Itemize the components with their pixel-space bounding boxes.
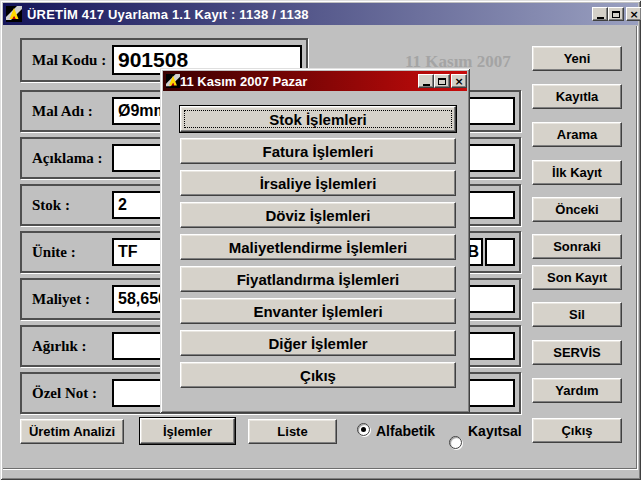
field-label: Özel Not : (32, 374, 97, 412)
field-label: Açıklama : (32, 139, 102, 177)
alfabetik-radio-label: Alfabetik (376, 423, 435, 439)
field-label: Mal Adı : (32, 92, 93, 130)
sil-button[interactable]: Sil (532, 302, 622, 327)
fatura-islemleri-button[interactable]: Fatura İşlemleri (180, 138, 456, 164)
kayitsal-radio[interactable] (449, 436, 462, 449)
kayitsal-radio-label: Kayıtsal (468, 423, 522, 439)
field-label: Maliyet : (32, 280, 90, 318)
alfabetik-radio[interactable] (357, 423, 370, 436)
doviz-islemleri-button[interactable]: Döviz İşlemleri (180, 202, 456, 228)
minimize-icon[interactable] (592, 7, 608, 21)
maliyetlendirme-islemleri-button[interactable]: Maliyetlendirme İşlemleri (180, 234, 456, 260)
window-title: ÜRETİM 417 Uyarlama 1.1 Kayıt : 1138 / 1… (27, 7, 309, 22)
client-bottom-divider (3, 468, 638, 469)
servis-button[interactable]: SERVİS (532, 340, 622, 365)
cikis-button[interactable]: Çıkış (532, 418, 622, 443)
unite-value: TF (118, 243, 138, 261)
client-right-divider (636, 26, 637, 469)
liste-button[interactable]: Liste (248, 419, 337, 444)
field-label: Ağırlık : (32, 327, 87, 365)
app-logo-icon (166, 74, 180, 88)
stok-islemleri-button[interactable]: Stok İşlemleri (180, 106, 456, 132)
fiyatlandirma-islemleri-button[interactable]: Fiyatlandırma İşlemleri (180, 266, 456, 292)
son-kayit-button[interactable]: Son Kayıt (532, 265, 622, 290)
yardim-button[interactable]: Yardım (532, 378, 622, 403)
dialog-cikis-button[interactable]: Çıkış (180, 362, 456, 388)
kayitla-button[interactable]: Kayıtla (532, 84, 622, 109)
yeni-button[interactable]: Yeni (532, 46, 622, 71)
irsaliye-islemleri-button[interactable]: İrsaliye İşlemleri (180, 170, 456, 196)
islemler-button[interactable]: İşlemler (140, 418, 235, 444)
main-window: ÜRETİM 417 Uyarlama 1.1 Kayıt : 1138 / 1… (0, 0, 641, 480)
envanter-islemleri-button[interactable]: Envanter İşlemleri (180, 298, 456, 324)
app-logo-icon (6, 6, 22, 22)
sonraki-button[interactable]: Sonraki (532, 234, 622, 259)
uretim-analizi-button[interactable]: Üretim Analizi (20, 419, 124, 444)
ilk-kayit-button[interactable]: İlk Kayıt (532, 160, 622, 185)
maximize-icon[interactable] (608, 7, 624, 21)
dialog-maximize-icon[interactable] (434, 74, 450, 88)
main-titlebar: ÜRETİM 417 Uyarlama 1.1 Kayıt : 1138 / 1… (3, 3, 638, 25)
onceki-button[interactable]: Önceki (532, 197, 622, 222)
islemler-dialog: 11 Kasım 2007 Pazar × Stok İşlemleri Fat… (160, 68, 470, 413)
dialog-minimize-icon[interactable] (418, 74, 434, 88)
dialog-close-icon[interactable]: × (451, 74, 467, 88)
diger-islemler-button[interactable]: Diğer İşlemler (180, 330, 456, 356)
unite-extra-input[interactable] (485, 238, 515, 266)
field-label: Ünite : (32, 233, 76, 271)
arama-button[interactable]: Arama (532, 122, 622, 147)
field-label: Mal Kodu : (32, 40, 106, 80)
dialog-title: 11 Kasım 2007 Pazar (180, 74, 307, 89)
field-label: Stok : (32, 186, 70, 224)
close-icon[interactable]: × (626, 7, 641, 21)
